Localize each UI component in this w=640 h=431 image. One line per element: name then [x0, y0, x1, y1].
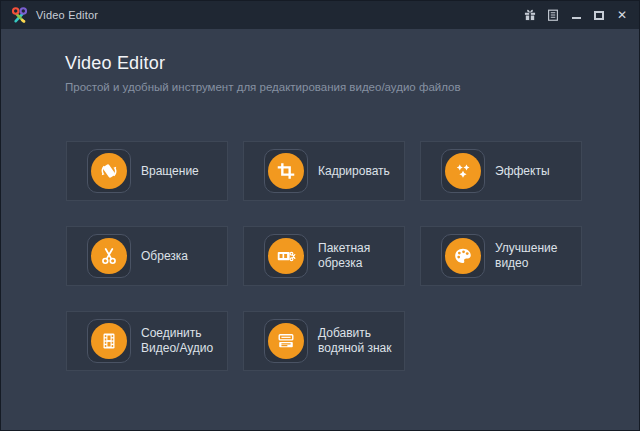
effects-stars-icon [445, 153, 481, 189]
app-window: Video Editor [0, 0, 640, 431]
tool-button-watermark[interactable]: Добавить водяной знак [243, 311, 405, 371]
page-title: Video Editor [65, 53, 461, 74]
close-button[interactable]: ✕ [615, 7, 629, 23]
palette-icon [445, 238, 481, 274]
titlebar: Video Editor [1, 1, 639, 29]
tool-label: Улучшение видео [495, 241, 581, 271]
tool-button-batch-trim[interactable]: Пакетная обрезка [243, 226, 405, 286]
maximize-button[interactable] [592, 7, 606, 23]
app-logo-icon [10, 6, 29, 25]
page-subtitle: Простой и удобный инструмент для редакти… [65, 81, 461, 93]
gift-icon[interactable] [523, 7, 537, 23]
titlebar-actions: ✕ [523, 7, 629, 23]
tool-label: Пакетная обрезка [318, 241, 404, 271]
minimize-button[interactable] [569, 7, 583, 23]
tool-label: Эффекты [495, 164, 581, 179]
tool-button-effects[interactable]: Эффекты [420, 141, 582, 201]
tool-button-rotate[interactable]: Вращение [66, 141, 228, 201]
main-content: Video Editor Простой и удобный инструмен… [1, 29, 639, 430]
tool-label: Соединить Видео/Аудио [141, 326, 227, 356]
tool-label: Вращение [141, 164, 227, 179]
changelog-menu-icon[interactable] [546, 7, 560, 23]
watermark-icon [268, 323, 304, 359]
tool-label: Кадрировать [318, 164, 404, 179]
tool-button-trim[interactable]: Обрезка [66, 226, 228, 286]
scissors-icon [91, 238, 127, 274]
crop-icon [268, 153, 304, 189]
tool-label: Обрезка [141, 249, 227, 264]
batch-trim-icon [268, 238, 304, 274]
window-title: Video Editor [36, 9, 98, 21]
tool-button-crop[interactable]: Кадрировать [243, 141, 405, 201]
tool-label: Добавить водяной знак [318, 326, 404, 356]
tool-button-enhance[interactable]: Улучшение видео [420, 226, 582, 286]
page-header: Video Editor Простой и удобный инструмен… [65, 53, 461, 93]
rotate-icon [91, 153, 127, 189]
filmstrip-icon [91, 323, 127, 359]
tool-button-join[interactable]: Соединить Видео/Аудио [66, 311, 228, 371]
tool-grid: Вращение Кадрировать [66, 141, 582, 371]
